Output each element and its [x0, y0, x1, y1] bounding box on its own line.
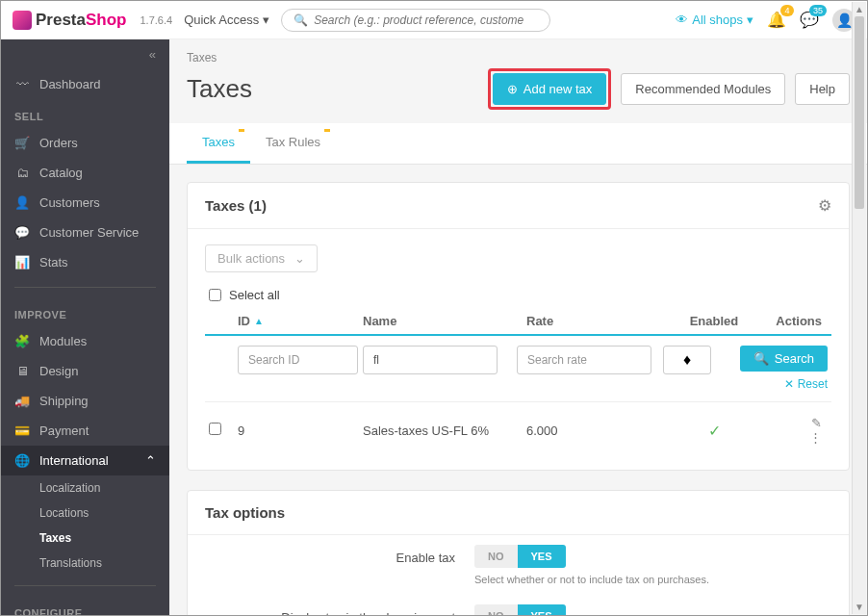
sidebar-item-customers[interactable]: 👤Customers	[1, 188, 169, 218]
tab-taxes[interactable]: Taxes	[187, 123, 250, 164]
search-icon: 🔍	[294, 13, 308, 27]
enable-tax-toggle[interactable]: NO YES	[474, 545, 566, 568]
search-icon: 🔍	[753, 351, 769, 366]
tax-options-panel: Tax options Enable tax NO YES Select whe…	[187, 490, 850, 615]
toggle-no: NO	[474, 545, 518, 568]
sidebar-sub-locations[interactable]: Locations	[1, 500, 169, 526]
filter-name-input[interactable]	[363, 346, 498, 374]
row-menu-button[interactable]: ⋮	[796, 430, 822, 445]
sidebar-section-configure: CONFIGURE	[1, 596, 169, 615]
filter-rate-input[interactable]	[517, 346, 651, 374]
sidebar-section-sell: SELL	[1, 99, 169, 128]
stats-icon: 📊	[14, 255, 30, 270]
select-all-checkbox[interactable]	[209, 289, 221, 301]
display-tax-label: Display tax in the shopping cart	[205, 604, 474, 615]
main-sidebar: « 〰Dashboard SELL 🛒Orders 🗂Catalog 👤Cust…	[1, 39, 169, 615]
search-input[interactable]	[314, 13, 538, 27]
notifications-messages[interactable]: 💬 35	[800, 11, 819, 29]
col-name[interactable]: Name	[363, 314, 526, 328]
catalog-icon: 🗂	[14, 166, 30, 180]
scroll-thumb[interactable]	[855, 16, 864, 209]
sidebar-item-customer-service[interactable]: 💬Customer Service	[1, 218, 169, 247]
display-tax-toggle[interactable]: NO YES	[474, 604, 566, 615]
filter-enabled-select[interactable]: ♦	[663, 346, 711, 374]
page-title: Taxes	[187, 74, 478, 104]
sidebar-dashboard-label: Dashboard	[39, 77, 101, 91]
row-edit-button[interactable]: ✎	[798, 416, 822, 430]
sidebar-item-dashboard[interactable]: 〰Dashboard	[1, 69, 169, 99]
toggle-yes: YES	[518, 604, 566, 615]
enable-tax-hint: Select whether or not to include tax on …	[474, 574, 831, 585]
globe-icon: 🌐	[14, 453, 30, 468]
version-label: 1.7.6.4	[140, 14, 172, 26]
logo[interactable]: PrestaShop	[13, 11, 126, 30]
check-icon: ✓	[708, 423, 721, 439]
recommended-modules-button[interactable]: Recommended Modules	[621, 73, 785, 105]
sidebar-item-stats[interactable]: 📊Stats	[1, 247, 169, 277]
person-icon: 👤	[14, 195, 30, 210]
toggle-no: NO	[474, 604, 518, 615]
help-button[interactable]: Help	[795, 73, 850, 105]
highlight-frame: ⊕ Add new tax	[488, 68, 612, 110]
panel-settings-button[interactable]: ⚙	[818, 196, 831, 215]
kebab-icon: ⋮	[809, 430, 822, 445]
option-enable-tax: Enable tax NO YES Select whether or not …	[188, 535, 849, 595]
select-all-label: Select all	[229, 288, 280, 302]
sidebar-sub-taxes[interactable]: Taxes	[1, 526, 169, 551]
col-actions: Actions	[757, 314, 828, 328]
sidebar-sub-localization[interactable]: Localization	[1, 475, 169, 500]
col-enabled[interactable]: Enabled	[671, 314, 757, 328]
filter-search-button[interactable]: 🔍Search	[740, 346, 828, 372]
col-id[interactable]: ID▲	[238, 314, 363, 328]
sidebar-item-payment[interactable]: 💳Payment	[1, 416, 169, 446]
notifications-bell[interactable]: 🔔 4	[767, 11, 786, 29]
col-rate[interactable]: Rate	[526, 314, 671, 328]
quick-access-dropdown[interactable]: Quick Access ▾	[184, 13, 269, 27]
sidebar-divider	[14, 287, 156, 288]
filter-reset-button[interactable]: ✕Reset	[784, 377, 828, 391]
scroll-down-icon[interactable]: ▼	[853, 600, 866, 614]
tab-tax-rules[interactable]: Tax Rules	[250, 123, 336, 164]
taxes-panel-title: Taxes (1)	[205, 197, 818, 214]
sidebar-divider	[14, 585, 156, 586]
sidebar-item-orders[interactable]: 🛒Orders	[1, 128, 169, 158]
sidebar-collapse-button[interactable]: «	[1, 39, 169, 69]
row-enabled[interactable]: ✓	[671, 422, 757, 440]
sidebar-item-catalog[interactable]: 🗂Catalog	[1, 158, 169, 188]
filter-id-input[interactable]	[238, 346, 358, 374]
quick-access-label: Quick Access	[184, 13, 259, 27]
sidebar-item-international[interactable]: 🌐International⌃	[1, 446, 169, 475]
add-new-tax-button[interactable]: ⊕ Add new tax	[493, 73, 607, 105]
dashboard-icon: 〰	[14, 77, 30, 91]
logo-mark-icon	[13, 11, 32, 30]
plus-circle-icon: ⊕	[507, 82, 518, 96]
toggle-yes: YES	[518, 545, 566, 568]
truck-icon: 🚚	[14, 394, 30, 408]
tab-indicator-icon	[239, 129, 244, 132]
sidebar-item-shipping[interactable]: 🚚Shipping	[1, 386, 169, 416]
row-checkbox[interactable]	[209, 423, 221, 435]
row-name: Sales-taxes US-FL 6%	[363, 424, 526, 438]
global-search[interactable]: 🔍	[281, 9, 550, 32]
shop-view-label: All shops	[692, 13, 743, 27]
chevron-up-icon: ⌃	[145, 453, 156, 468]
chevron-down-icon: ▾	[747, 13, 753, 27]
logo-text-presta: Presta	[36, 11, 86, 29]
design-icon: 🖥	[14, 364, 30, 378]
bulk-actions-dropdown[interactable]: Bulk actions ⌄	[205, 244, 318, 272]
sidebar-item-design[interactable]: 🖥Design	[1, 356, 169, 386]
table-header: ID▲ Name Rate Enabled Actions	[205, 308, 831, 336]
filter-row: ♦ 🔍Search ✕Reset	[205, 336, 831, 401]
taxes-panel: Taxes (1) ⚙ Bulk actions ⌄ Select all ID…	[187, 182, 850, 471]
shop-context-selector[interactable]: 👁 All shops ▾	[676, 13, 753, 27]
scroll-up-icon[interactable]: ▲	[853, 2, 866, 16]
breadcrumb: Taxes	[169, 39, 867, 64]
sidebar-item-modules[interactable]: 🧩Modules	[1, 326, 169, 356]
page-header: Taxes ⊕ Add new tax Recommended Modules …	[169, 64, 867, 123]
vertical-scrollbar[interactable]: ▲ ▼	[852, 2, 866, 614]
sidebar-sub-translations[interactable]: Translations	[1, 551, 169, 576]
main-content: Taxes Taxes ⊕ Add new tax Recommended Mo…	[169, 39, 867, 615]
bell-badge: 4	[780, 5, 794, 16]
tabs-bar: Taxes Tax Rules	[169, 123, 867, 165]
logo-text-shop: Shop	[86, 11, 127, 29]
